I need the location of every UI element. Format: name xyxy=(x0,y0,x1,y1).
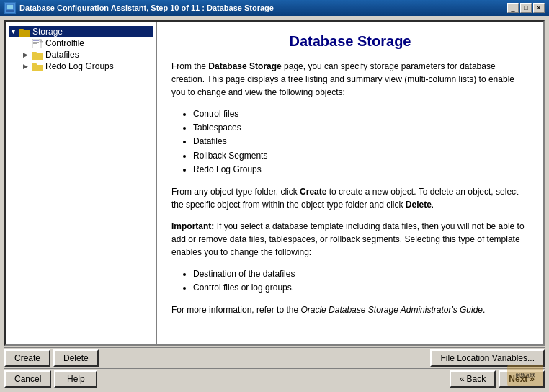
svg-rect-9 xyxy=(33,45,38,45)
tree-label-storage: Storage xyxy=(32,27,63,37)
toolbar-row-2: Cancel Help « Back Next » xyxy=(4,370,545,388)
divider-1 xyxy=(4,347,545,348)
app-icon xyxy=(4,2,16,14)
svg-rect-12 xyxy=(32,52,37,54)
desc-paragraph-2: From any object type folder, click Creat… xyxy=(171,185,529,211)
create-delete-group: Create Delete xyxy=(4,349,99,367)
svg-rect-4 xyxy=(19,29,24,31)
main-window: ▼ Storage xyxy=(0,16,549,392)
desc-paragraph-1: From the Database Storage page, you can … xyxy=(171,60,529,99)
bold-create: Create xyxy=(300,187,326,197)
bullet-destination: Destination of the datafiles xyxy=(193,267,529,281)
desc-paragraph-3: Important: If you select a database temp… xyxy=(171,220,529,259)
tree-toggle-redo[interactable]: ▶ xyxy=(23,63,32,70)
cancel-help-group: Cancel Help xyxy=(4,370,97,388)
watermark: 创新互联 xyxy=(507,365,543,386)
tree-panel: ▼ Storage xyxy=(6,22,157,344)
file-icon-controlfile xyxy=(32,39,43,48)
page-title: Database Storage xyxy=(171,33,529,50)
bold-database-storage: Database Storage xyxy=(208,61,281,71)
divider-2 xyxy=(4,368,545,369)
tree-children: Controlfile ▶ Datafiles ▶ xyxy=(9,37,153,72)
svg-rect-1 xyxy=(7,5,13,9)
tree-label-datafiles: Datafiles xyxy=(45,50,79,60)
bullet-list-2: Destination of the datafiles Control fil… xyxy=(193,267,529,295)
content-area: ▼ Storage xyxy=(4,20,545,346)
folder-icon-storage xyxy=(19,27,30,37)
folder-icon-datafiles xyxy=(32,50,43,60)
tree-toggle-storage[interactable]: ▼ xyxy=(10,28,19,35)
title-bar: Database Configuration Assistant, Step 1… xyxy=(0,0,549,16)
maximize-button[interactable]: □ xyxy=(520,3,532,13)
back-arrow-icon: « xyxy=(460,374,465,384)
tree-item-redo-log-groups[interactable]: ▶ Redo Log Groups xyxy=(23,61,153,72)
bullet-list-1: Control files Tablespaces Datafiles Roll… xyxy=(193,107,529,177)
tree-toggle-datafiles[interactable]: ▶ xyxy=(23,51,32,58)
folder-icon-redo xyxy=(32,62,43,71)
bold-important: Important: xyxy=(171,221,214,231)
window-controls: _ □ ✕ xyxy=(507,3,545,13)
back-label: Back xyxy=(467,374,486,384)
svg-rect-14 xyxy=(32,63,37,66)
bullet-datafiles: Datafiles xyxy=(193,135,529,148)
svg-rect-3 xyxy=(19,30,30,37)
svg-rect-2 xyxy=(6,10,14,12)
window-title: Database Configuration Assistant, Step 1… xyxy=(19,4,274,12)
svg-rect-13 xyxy=(32,65,43,71)
svg-rect-11 xyxy=(32,53,43,60)
tree-item-controlfile[interactable]: Controlfile xyxy=(23,37,153,49)
delete-button[interactable]: Delete xyxy=(53,349,99,367)
italic-guide-ref: Oracle Database Storage Administrator's … xyxy=(300,305,483,315)
right-panel: Database Storage From the Database Stora… xyxy=(157,22,543,344)
tree-label-redo: Redo Log Groups xyxy=(45,61,114,71)
create-button[interactable]: Create xyxy=(4,349,50,367)
minimize-button[interactable]: _ xyxy=(507,3,519,13)
bullet-control-files: Control files xyxy=(193,107,529,121)
svg-rect-8 xyxy=(33,43,37,44)
svg-rect-6 xyxy=(33,40,39,41)
bullet-control-log: Control files or log groups. xyxy=(193,281,529,295)
toolbar-row-1: Create Delete File Location Variables... xyxy=(4,349,545,367)
help-button[interactable]: Help xyxy=(54,370,97,388)
tree-item-datafiles[interactable]: ▶ Datafiles xyxy=(23,49,153,61)
cancel-button[interactable]: Cancel xyxy=(4,370,51,388)
back-button[interactable]: « Back xyxy=(450,370,496,388)
tree-label-controlfile: Controlfile xyxy=(45,38,84,48)
bold-delete: Delete xyxy=(406,200,432,210)
tree-item-storage[interactable]: ▼ Storage xyxy=(9,26,153,37)
svg-rect-7 xyxy=(33,42,39,43)
bullet-rollback: Rollback Segments xyxy=(193,149,529,163)
close-button[interactable]: ✕ xyxy=(533,3,545,13)
bullet-tablespaces: Tablespaces xyxy=(193,121,529,135)
bullet-redo: Redo Log Groups xyxy=(193,163,529,177)
desc-paragraph-4: For more information, refer to the Oracl… xyxy=(171,303,529,316)
